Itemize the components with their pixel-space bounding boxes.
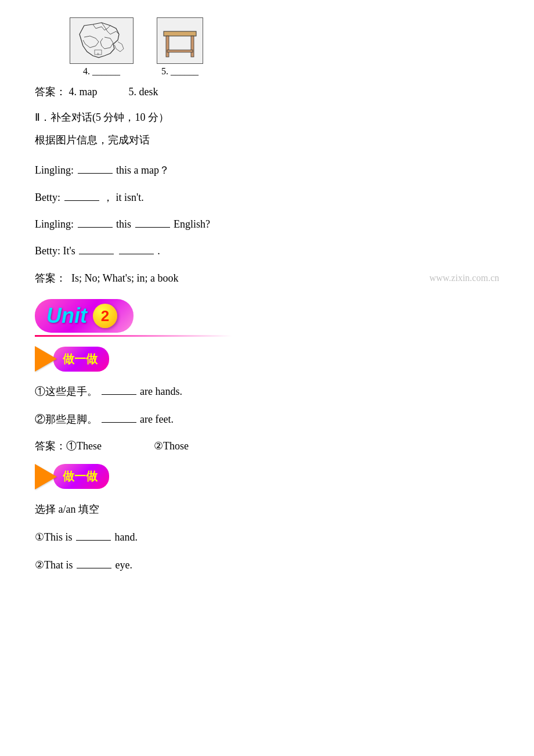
answer-1: 答案： 4. map 5. desk xyxy=(35,82,499,101)
do-label-bg-2: 做一做 xyxy=(53,464,109,489)
unit-number: 2 xyxy=(93,304,117,328)
do-button-1: 做一做 xyxy=(35,346,109,372)
do-label-bg-1: 做一做 xyxy=(53,347,109,372)
svg-text:台: 台 xyxy=(97,52,99,55)
ex2-item1-rest: hand. xyxy=(115,531,138,543)
ex2-item2-rest: eye. xyxy=(116,559,132,571)
unit-banner: Unit 2 xyxy=(35,299,134,333)
do-label-2: 做一做 xyxy=(63,470,98,483)
image-5-label: 5. ______ xyxy=(161,66,199,77)
exercise-1-item1: ①这些是手。 are hands. xyxy=(35,381,499,402)
answer-1-prefix: 答案： xyxy=(35,86,66,98)
dialog-lingling-label-1: Lingling: xyxy=(35,164,74,176)
unit-banner-container: Unit 2 xyxy=(35,299,499,333)
svg-rect-4 xyxy=(191,36,194,57)
ex1-blank-1 xyxy=(102,394,136,395)
dialog-blank-4b xyxy=(119,254,154,254)
dialog-line3-mid: this xyxy=(116,218,134,230)
answer-1-item5: 5. desk xyxy=(129,86,158,98)
answer-2: 答案： Is; No; What's; in; a book www.zixin… xyxy=(35,269,499,287)
answer-3-prefix: 答案：①These xyxy=(35,440,102,452)
unit-text: Unit xyxy=(46,304,87,328)
exercise-2-item1: ①This is hand. xyxy=(35,527,499,548)
answer-2-text: Is; No; What's; in; a book xyxy=(71,272,178,284)
dialog-line-4: Betty: It's . xyxy=(35,242,499,260)
exercise-2-item2: ②That is eye. xyxy=(35,555,499,575)
answer-3-item2: ②Those xyxy=(154,440,189,452)
svg-rect-2 xyxy=(164,31,196,36)
ex2-item1-prefix: ①This is xyxy=(35,531,73,543)
dialog-betty-label-1: Betty: xyxy=(35,192,60,203)
do-button-2: 做一做 xyxy=(35,464,109,489)
answer-2-prefix: 答案： xyxy=(35,272,66,284)
ex1-blank-2 xyxy=(102,422,136,423)
do-label-1: 做一做 xyxy=(63,352,98,365)
ex2-blank-2 xyxy=(77,568,111,568)
unit-underline xyxy=(35,335,232,337)
section-2-instruction: 根据图片信息，完成对话 xyxy=(35,131,499,149)
dialog-blank-1 xyxy=(78,173,113,174)
ex1-item2-prefix: ②那些是脚。 xyxy=(35,413,98,425)
section-2-title: Ⅱ．补全对话(5 分钟，10 分） xyxy=(35,108,499,127)
dialog-line2-rest: it isn't. xyxy=(116,192,144,203)
images-section: 台 4. ______ 5. ______ xyxy=(70,17,499,77)
desk-image xyxy=(157,17,203,64)
image-item-5: 5. ______ xyxy=(157,17,203,77)
exercise-1-item2: ②那些是脚。 are feet. xyxy=(35,409,499,430)
dialog-line3-rest: English? xyxy=(174,218,210,230)
dialog-line4-rest1: It's xyxy=(63,245,78,257)
dialog-betty-label-2: Betty: xyxy=(35,245,60,257)
play-icon-1 xyxy=(35,346,57,372)
answer-1-item4: 4. map xyxy=(69,86,98,98)
dialog-blank-2 xyxy=(64,200,99,201)
dialog-lingling-label-2: Lingling: xyxy=(35,218,74,230)
exercise-2-instruction: 选择 a/an 填空 xyxy=(35,499,499,520)
dialog-blank-3b xyxy=(135,227,170,228)
dialog-blank-4a xyxy=(79,254,114,254)
dialog-line-1: Lingling: this a map？ xyxy=(35,161,499,179)
desk-svg xyxy=(159,20,201,62)
image-item-4: 台 4. ______ xyxy=(70,17,134,77)
dialog-line-3: Lingling: this English? xyxy=(35,215,499,233)
dialog-line-2: Betty: ， it isn't. xyxy=(35,188,499,207)
ex1-item1-rest: are hands. xyxy=(140,386,182,397)
svg-rect-5 xyxy=(167,50,193,52)
ex1-item2-rest: are feet. xyxy=(140,413,174,425)
dialog-line4-period: . xyxy=(157,245,160,257)
svg-rect-3 xyxy=(166,36,169,57)
watermark: www.zixin.com.cn xyxy=(430,270,499,287)
china-map-svg: 台 xyxy=(73,20,131,62)
image-4-label: 4. ______ xyxy=(83,66,120,77)
ex1-item1-prefix: ①这些是手。 xyxy=(35,386,98,397)
dialog-blank-3a xyxy=(78,227,113,228)
play-icon-2 xyxy=(35,464,57,489)
ex2-blank-1 xyxy=(76,540,111,541)
dialog-line1-rest: this a map？ xyxy=(116,164,169,176)
ex2-item2-prefix: ②That is xyxy=(35,559,73,571)
dialog-line2-comma: ， xyxy=(103,192,113,203)
map-image: 台 xyxy=(70,17,134,64)
answer-3: 答案：①These ②Those xyxy=(35,437,499,455)
